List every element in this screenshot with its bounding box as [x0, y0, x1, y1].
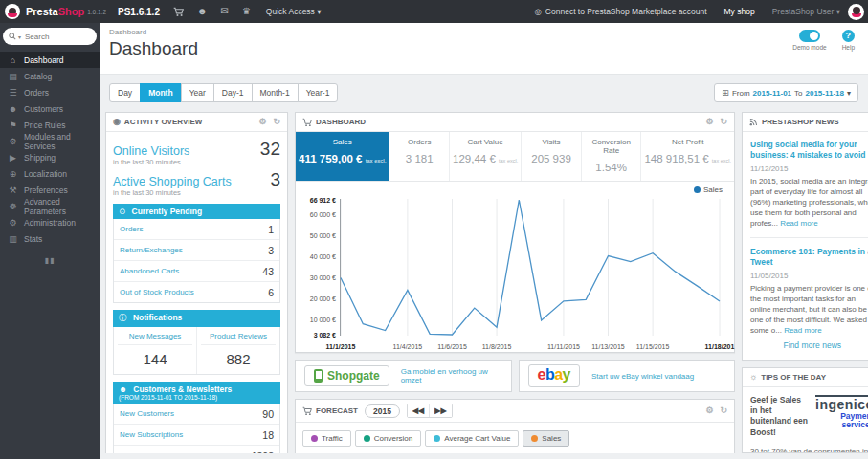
forecast-year-pill[interactable]: 2015 — [365, 404, 400, 418]
marketplace-connect-link[interactable]: ◎ Connect to PrestaShop Marketplace acco… — [534, 7, 706, 16]
sidebar-item-localization[interactable]: ⊕ Localization — [0, 165, 100, 182]
customers-icon: ☻ — [8, 104, 18, 114]
x-tick-label: 11/4/2015 — [384, 343, 432, 350]
sidebar: ▾ ⌂ Dashboard ▤ Catalog ☰ Orders ☻ Custo… — [0, 23, 100, 459]
date-range-picker[interactable]: ⊞ From2015-11-01 To2015-11-18 ▾ — [714, 83, 858, 102]
sidebar-item-preferences[interactable]: ⚒ Preferences — [0, 182, 100, 198]
notifications-header: ⓘ Notifications — [113, 310, 280, 327]
shopgate-link[interactable]: Ga mobiel en verhoog uw omzet — [401, 367, 502, 384]
forecast-legend-traffic[interactable]: Traffic — [302, 430, 351, 447]
help-button[interactable]: ? — [842, 30, 855, 42]
forecast-back-button[interactable]: ◀◀ — [408, 404, 429, 417]
activity-settings-icon[interactable]: ⚙ — [258, 118, 266, 126]
forecast-forward-button[interactable]: ▶▶ — [429, 404, 451, 417]
y-tick-label: 30 000 € — [310, 274, 336, 281]
period-year-1-button[interactable]: Year-1 — [298, 83, 339, 102]
period-year-button[interactable]: Year — [181, 83, 214, 102]
sidebar-item-dashboard[interactable]: ⌂ Dashboard — [0, 52, 100, 68]
forecast-legend-conversion[interactable]: Conversion — [355, 430, 421, 447]
my-shop-link[interactable]: My shop — [724, 7, 755, 16]
forecast-refresh-icon[interactable]: ↻ — [720, 406, 727, 415]
sales-legend-dot — [694, 186, 701, 193]
forecast-legend-avg-cart-value[interactable]: Average Cart Value — [425, 430, 519, 447]
forecast-settings-icon[interactable]: ⚙ — [705, 406, 713, 415]
marketplace-icon: ◎ — [534, 7, 541, 16]
active-carts-link[interactable]: Active Shopping Carts — [113, 175, 232, 188]
pending-row-returns: Return/Exchanges 3 — [114, 240, 279, 261]
demo-mode-toggle[interactable] — [799, 30, 820, 42]
forecast-sales-dot — [531, 435, 538, 442]
news-article-date: 11/05/2015 — [750, 272, 868, 280]
online-visitors-link[interactable]: Online Visitors — [113, 144, 189, 158]
customer-group-icon: ☻ — [119, 384, 127, 394]
kpi-row: Sales 411 759,00 € tax excl. Orders 3 18… — [296, 132, 734, 182]
quick-access-menu[interactable]: Quick Access ▾ — [266, 7, 322, 16]
new-messages-cell: New Messages 144 — [114, 327, 196, 374]
user-menu[interactable]: PrestaShop User ▾ — [772, 7, 840, 16]
cart-icon[interactable] — [173, 7, 184, 17]
forecast-legend-sales[interactable]: Sales — [523, 430, 569, 447]
news-article-title[interactable]: Ecommerce 101: Payments in a Tweet — [750, 247, 868, 268]
kpi-visits[interactable]: Visits 205 939 — [522, 132, 582, 181]
kpi-cart-value[interactable]: Cart Value 129,44 € tax excl. — [450, 132, 522, 181]
customer-icon[interactable]: ☻ — [197, 7, 208, 16]
sidebar-item-orders[interactable]: ☰ Orders — [0, 84, 100, 100]
sidebar-item-catalog[interactable]: ▤ Catalog — [0, 68, 100, 84]
ebay-link[interactable]: Start uw eBay winkel vandaag — [591, 372, 694, 381]
search-scope-caret[interactable]: ▾ — [18, 33, 21, 40]
find-more-news-link[interactable]: Find more news — [750, 337, 868, 356]
price-rules-icon: ⚑ — [8, 120, 18, 130]
activity-panel-title: ACTIVITY OVERVIEW — [124, 118, 203, 126]
period-day-1-button[interactable]: Day-1 — [213, 83, 253, 102]
search-input[interactable] — [23, 32, 91, 42]
read-more-link[interactable]: Read more — [784, 326, 822, 335]
user-avatar[interactable] — [848, 4, 864, 20]
localization-icon: ⊕ — [8, 169, 18, 179]
sidebar-item-price-rules[interactable]: ⚑ Price Rules — [0, 117, 100, 133]
dashboard-settings-icon[interactable]: ⚙ — [705, 118, 713, 126]
y-tick-label: 40 000 € — [310, 253, 336, 260]
trophy-icon[interactable]: ♛ — [242, 7, 251, 16]
kpi-orders[interactable]: Orders 3 181 — [389, 132, 450, 181]
kpi-sales[interactable]: Sales 411 759,00 € tax excl. — [296, 132, 389, 181]
period-month-1-button[interactable]: Month-1 — [252, 83, 299, 102]
x-tick-label: 11/1/2015 — [317, 343, 365, 350]
stats-icon: ▥ — [8, 234, 18, 244]
sales-line-svg — [340, 199, 721, 336]
mail-icon[interactable]: ✉ — [220, 7, 228, 16]
page-header: Dashboard Dashboard Demo mode ? Help — [100, 23, 868, 75]
dashboard-refresh-icon[interactable]: ↻ — [720, 118, 727, 126]
period-day-button[interactable]: Day — [109, 83, 141, 102]
sidebar-item-stats[interactable]: ▥ Stats — [0, 230, 100, 247]
chart-plot-area — [340, 199, 721, 336]
x-tick-label: 11/15/2015 — [629, 343, 677, 350]
forecast-panel-title: FORECAST — [316, 406, 358, 415]
activity-overview-panel: ◉ ACTIVITY OVERVIEW ⚙ ↻ Online Visitors … — [105, 112, 288, 453]
kpi-net-profit[interactable]: Net Profit 148 918,51 € tax excl. — [641, 132, 734, 181]
sidebar-item-advanced-parameters[interactable]: ☸ Advanced Parameters — [0, 198, 100, 214]
breadcrumb[interactable]: Dashboard — [109, 28, 858, 36]
ps-version-label: PS1.6.1.2 — [118, 7, 160, 17]
period-month-button[interactable]: Month — [140, 83, 182, 102]
activity-refresh-icon[interactable]: ↻ — [273, 118, 280, 126]
brand-name-shop: Shop — [58, 6, 85, 17]
news-article-title[interactable]: Using social media for your business: 4 … — [750, 140, 868, 161]
sidebar-item-shipping[interactable]: ▶ Shipping — [0, 149, 100, 165]
forecast-cart-icon — [302, 406, 312, 416]
ingenico-logo: ingenico Payment services — [815, 395, 868, 439]
sidebar-item-administration[interactable]: ⚙ Administration — [0, 214, 100, 230]
brand-name: Presta — [26, 6, 58, 17]
sidebar-item-modules[interactable]: ⚙ Modules and Services — [0, 133, 100, 149]
chart-legend-sales[interactable]: Sales — [694, 186, 723, 194]
read-more-link[interactable]: Read more — [780, 219, 818, 228]
orders-icon: ☰ — [8, 88, 18, 98]
y-tick-label: 20 000 € — [310, 295, 336, 302]
product-reviews-cell: Product Reviews 882 — [196, 327, 279, 374]
x-tick-label: 11/13/2015 — [585, 343, 633, 350]
sidebar-item-customers[interactable]: ☻ Customers — [0, 100, 100, 117]
kpi-conversion-rate[interactable]: Conversion Rate 1.54% — [582, 132, 642, 181]
sidebar-collapse-button[interactable]: ▮▮ — [0, 256, 100, 265]
news-article-date: 11/12/2015 — [750, 164, 868, 173]
tips-panel-title: TIPS OF THE DAY — [761, 373, 826, 382]
version-label: 1.6.1.2 — [87, 9, 106, 15]
